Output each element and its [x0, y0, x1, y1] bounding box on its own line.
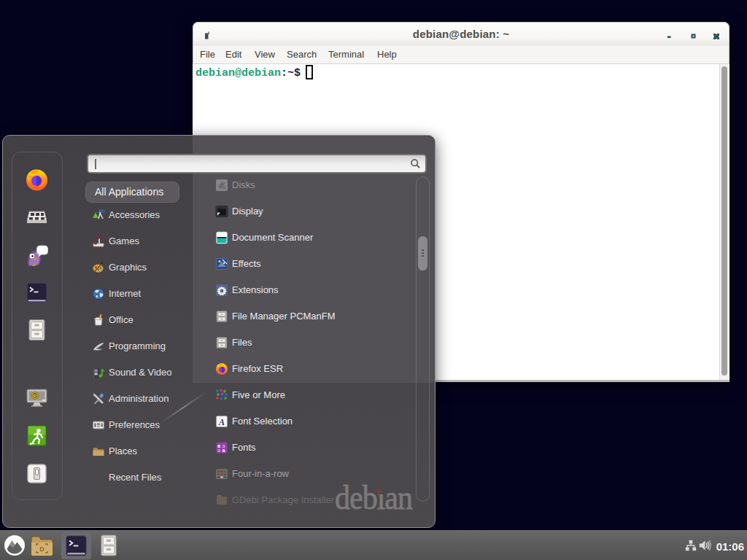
svg-text:A: A	[218, 417, 225, 427]
svg-text:D: D	[39, 545, 44, 553]
svg-text:a: a	[222, 448, 225, 453]
svg-text:a: a	[217, 448, 220, 453]
